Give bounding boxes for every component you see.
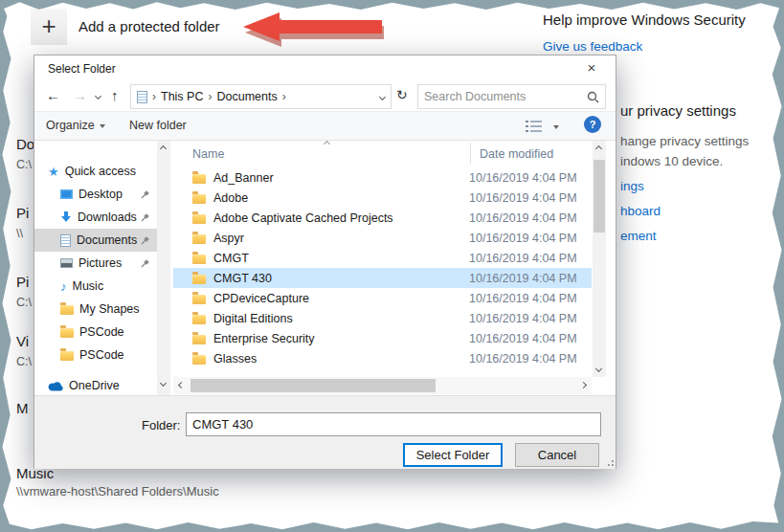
chevron-down-icon <box>100 124 105 128</box>
search-box <box>417 84 606 109</box>
file-row[interactable]: Adobe10/16/2019 4:04 PM <box>173 188 592 208</box>
file-name: Digital Editions <box>213 312 461 325</box>
windows-security-page: + Add a protected folder Help improve Wi… <box>0 0 784 532</box>
select-folder-button[interactable]: Select Folder <box>403 443 503 467</box>
file-list-horizontal-scrollbar[interactable] <box>173 377 592 394</box>
file-date: 10/16/2019 4:04 PM <box>469 272 592 285</box>
sidebar-item-music[interactable]: ♪ Music <box>34 275 157 298</box>
search-icon[interactable] <box>587 91 599 103</box>
file-row-selected[interactable]: CMGT 43010/16/2019 4:04 PM <box>173 268 592 288</box>
protected-folder-music-path: \\vmware-host\Shared Folders\Music <box>16 484 219 499</box>
privacy-settings-link-fragment[interactable]: ings <box>620 179 644 193</box>
red-arrow-annotation <box>239 10 385 48</box>
refresh-icon[interactable]: ↻ <box>396 87 408 102</box>
sidebar-item-pscode[interactable]: PSCode <box>34 344 157 366</box>
up-icon[interactable]: ↑ <box>111 87 119 103</box>
breadcrumb-documents[interactable]: Documents <box>216 90 277 103</box>
new-folder-button[interactable]: New folder <box>129 119 187 132</box>
breadcrumb-this-pc[interactable]: This PC <box>161 90 203 103</box>
help-icon[interactable]: ? <box>584 116 601 133</box>
privacy-dashboard-link-fragment[interactable]: hboard <box>620 204 661 218</box>
column-divider[interactable] <box>470 143 471 164</box>
address-dropdown-icon[interactable] <box>379 93 386 100</box>
file-row[interactable]: Aspyr10/16/2019 4:04 PM <box>173 228 592 248</box>
sidebar-item-documents[interactable]: Documents <box>34 229 157 252</box>
file-name: Adobe <box>213 191 461 205</box>
history-chevron-icon[interactable] <box>95 93 101 100</box>
file-row[interactable]: CMGT10/16/2019 4:04 PM <box>173 248 592 268</box>
scroll-right-icon[interactable] <box>580 382 587 388</box>
address-bar[interactable]: › This PC › Documents › <box>130 84 392 109</box>
file-row[interactable]: Adobe Captivate Cached Projects10/16/201… <box>173 208 592 228</box>
file-date: 10/16/2019 4:04 PM <box>469 191 592 205</box>
scroll-up-icon[interactable] <box>595 145 602 152</box>
file-row[interactable]: Enterprise Security10/16/2019 4:04 PM <box>173 328 592 348</box>
view-options-chevron-icon[interactable] <box>553 125 559 129</box>
star-icon: ★ <box>48 165 59 179</box>
folder-icon <box>192 234 206 244</box>
vertical-scroll-thumb[interactable] <box>594 160 605 233</box>
file-row[interactable]: CPDeviceCapture10/16/2019 4:04 PM <box>173 288 592 308</box>
navigation-pane: ★ Quick access Desktop Downloads Documen… <box>34 141 157 395</box>
folder-field-label: Folder: <box>142 418 180 432</box>
sidebar-item-desktop[interactable]: Desktop <box>34 183 157 206</box>
privacy-settings-text-fragment: indows 10 device. <box>620 154 723 168</box>
folder-icon <box>60 305 74 315</box>
add-protected-folder-button[interactable]: + <box>31 9 67 45</box>
protected-folder-path-fragment: C:\ <box>16 296 32 309</box>
file-name: Aspyr <box>213 232 461 245</box>
folder-icon <box>192 174 206 184</box>
give-feedback-link[interactable]: Give us feedback <box>543 39 642 54</box>
document-icon <box>137 91 147 103</box>
folder-icon <box>192 194 206 204</box>
sidebar-item-label: Music <box>73 279 104 293</box>
file-date: 10/16/2019 4:04 PM <box>469 211 592 225</box>
sidebar-item-downloads[interactable]: Downloads <box>34 206 157 229</box>
file-row[interactable]: Glasses10/16/2019 4:04 PM <box>173 348 592 368</box>
file-row[interactable]: Ad_Banner10/16/2019 4:04 PM <box>173 167 592 188</box>
breadcrumb-separator-icon: › <box>152 90 156 103</box>
scroll-down-icon[interactable] <box>160 380 167 387</box>
scroll-down-icon[interactable] <box>595 366 602 372</box>
folder-name-input[interactable] <box>186 412 601 436</box>
file-list-vertical-scrollbar[interactable] <box>593 141 606 377</box>
sidebar-item-pscode[interactable]: PSCode <box>34 321 157 344</box>
download-arrow-icon <box>60 211 72 223</box>
onedrive-cloud-icon <box>48 381 63 391</box>
privacy-statement-link-fragment[interactable]: ement <box>620 229 657 243</box>
breadcrumb-separator-icon: › <box>282 90 286 103</box>
sidebar-scrollbar[interactable] <box>157 141 170 395</box>
cancel-button[interactable]: Cancel <box>515 443 599 467</box>
folder-icon <box>192 355 206 365</box>
organize-menu-button[interactable]: Organize <box>46 119 105 132</box>
sidebar-item-onedrive[interactable]: OneDrive <box>34 374 157 397</box>
sidebar-item-pictures[interactable]: Pictures <box>34 252 157 275</box>
file-name: CMGT 430 <box>213 272 461 285</box>
sidebar-item-label: Downloads <box>78 211 137 224</box>
protected-folder-title-fragment: Pi <box>16 205 29 221</box>
column-header-name[interactable]: Name <box>192 147 224 161</box>
file-name: Adobe Captivate Cached Projects <box>213 211 461 225</box>
sidebar-item-quick-access[interactable]: ★ Quick access <box>34 160 157 183</box>
search-input[interactable] <box>424 90 587 103</box>
forward-icon[interactable]: → <box>73 87 87 103</box>
folder-icon <box>60 351 74 361</box>
sidebar-item-my-shapes[interactable]: My Shapes <box>34 298 157 321</box>
sidebar-item-label: OneDrive <box>69 379 120 392</box>
file-name: CPDeviceCapture <box>213 292 461 305</box>
file-name: Glasses <box>213 352 461 366</box>
scroll-up-icon[interactable] <box>160 145 167 152</box>
column-header-date[interactable]: Date modified <box>480 147 553 161</box>
horizontal-scroll-thumb[interactable] <box>190 379 436 392</box>
resize-grip[interactable] <box>606 458 614 466</box>
close-icon[interactable]: × <box>573 55 610 81</box>
dialog-title: Select Folder <box>48 62 116 76</box>
back-icon[interactable]: ← <box>46 87 60 103</box>
file-name: Enterprise Security <box>213 332 461 345</box>
protected-folder-title-fragment: Pi <box>16 274 29 290</box>
details-view-icon[interactable] <box>526 120 542 133</box>
folder-icon <box>60 328 74 338</box>
scroll-left-icon[interactable] <box>178 382 185 388</box>
desktop-icon <box>60 189 73 199</box>
file-row[interactable]: Digital Editions10/16/2019 4:04 PM <box>173 308 592 328</box>
